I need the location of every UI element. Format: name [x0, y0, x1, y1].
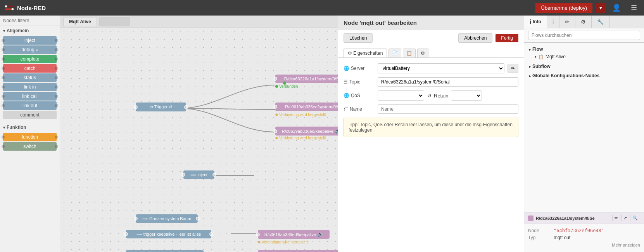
node-status-label: status [24, 75, 36, 80]
port-right-keepalive [209, 232, 213, 236]
sidebar-node-comment[interactable]: comment [3, 111, 57, 119]
canvas-node-mqtt1[interactable]: R/dca63226a1a1/system/0/Seria [275, 75, 338, 83]
node-complete-label: complete [21, 56, 40, 62]
tag-icon: 🏷 [344, 106, 348, 112]
app-title: Node-RED [17, 5, 46, 11]
canvas-node-trigger[interactable]: ⟲ Trigger ↺ [136, 103, 186, 111]
sidebar-node-debug[interactable]: debug ≡ [3, 45, 57, 54]
info-tab-edit[interactable]: ✏ [559, 16, 575, 28]
nd-action-search[interactable]: 🔍 [630, 215, 640, 221]
section-funktion-label: Funktion [7, 125, 26, 130]
port-right-ganzen [196, 217, 200, 221]
canvas-node-keepalive-trigger[interactable]: ⟹ trigger keepalive - leer ist alles [126, 230, 211, 238]
info-section-global: ▸ Globale Konfigurations-Nodes [529, 72, 639, 79]
info-flow-header[interactable]: ▸ Flow [529, 46, 639, 53]
info-flow-item-mqtt[interactable]: ▸ 📋 Mqtt Alive [529, 53, 639, 61]
port-left-keepalive [124, 232, 128, 236]
sidebar-node-function[interactable]: function [3, 133, 57, 141]
sidebar-node-inject[interactable]: inject [3, 36, 57, 45]
info-subflow-label: Subflow [532, 64, 551, 69]
node-debug-label: debug [21, 47, 34, 52]
nd-val-typ: mqtt out [554, 235, 570, 240]
delete-button[interactable]: Löschen [344, 33, 373, 43]
server-label: 🌐 Server [344, 66, 375, 71]
nd-val-node: "64bfa7362ef06e48" [554, 228, 604, 233]
nd-action-edit[interactable]: ✏ [612, 215, 620, 221]
name-input[interactable] [378, 104, 518, 114]
info-tab-label: Info [533, 19, 541, 24]
info-section-flow: ▸ Flow ▸ 📋 Mqtt Alive [529, 46, 639, 61]
node-detail-label: R/dca63226a1a1/system/0/Se [536, 216, 610, 221]
globe-icon: 🌐 [344, 66, 349, 71]
nd-action-link[interactable]: ↗ [621, 215, 629, 221]
canvas-node-mqtt2[interactable]: R/c0619ab336ed/system/0/Seria [275, 103, 338, 111]
info-body: ▸ Flow ▸ 📋 Mqtt Alive ▸ Subflow ▸ [524, 43, 644, 212]
tab-mqtt-alive[interactable]: Mqtt Alive [63, 17, 97, 26]
canvas-node-ganzen[interactable]: ⟹ Ganzen system Baum [136, 214, 198, 223]
done-button[interactable]: Fertig [496, 34, 518, 42]
sidebar-node-linkin[interactable]: link in [3, 83, 57, 91]
sidebar-node-complete[interactable]: complete [3, 55, 57, 63]
port-left-ganzen [134, 217, 138, 221]
tab-bar: Mqtt Alive [60, 16, 338, 28]
topic-input[interactable] [378, 77, 518, 87]
retain-select[interactable] [451, 90, 482, 101]
qos-icon: 🌐 [344, 93, 349, 98]
add-tab-area[interactable] [99, 17, 130, 26]
canvas-node-inject2[interactable]: ⟹ inject [183, 170, 214, 179]
server-edit-button[interactable]: ✏ [508, 64, 518, 73]
canvas-node-mqtt-leer[interactable]: R/c0619ab336ed/system/0/Ac/ActiveIn/L1/P… [258, 250, 338, 252]
info-tab-settings[interactable]: ⚙ [575, 16, 592, 28]
nd-key-node: Node [528, 228, 551, 233]
status-connecting2: Verbindung wird hergestellt [275, 136, 326, 140]
tip-box: Tipp: Topic, QoS oder Retain leer lassen… [344, 118, 518, 137]
sidebar-node-switch[interactable]: switch [3, 142, 57, 151]
node-filter-input[interactable] [0, 16, 60, 26]
server-select[interactable]: virtualBattery [378, 63, 504, 73]
tip-text: Tipp: Topic, QoS oder Retain leer lassen… [349, 122, 513, 133]
info-search [524, 28, 644, 43]
edit-panel-title: Node 'mqtt out' bearbeiten [344, 19, 417, 26]
ep-tab-properties[interactable]: ⚙ Eigenschaften [344, 49, 387, 57]
deploy-arrow-button[interactable]: ▾ [596, 3, 605, 13]
info-search-input[interactable] [528, 31, 640, 40]
canvas-node-leer[interactable]: ⟹ leer nur auslesen [126, 250, 204, 252]
sidebar-node-linkcall[interactable]: link call [3, 92, 57, 101]
edit-icon: ✏ [565, 19, 570, 25]
flow-item-label: Mqtt Alive [546, 54, 566, 59]
retain-label: Retain [434, 93, 449, 99]
cancel-button[interactable]: Abbrechen [458, 33, 492, 43]
port-left-mqtt1 [273, 77, 277, 81]
canvas-trigger-label: Trigger ↺ [154, 104, 173, 109]
deploy-button[interactable]: Übernahme (deploy) [535, 3, 592, 13]
app-logo: Node-RED [4, 2, 46, 13]
canvas-area: Mqtt Alive R/dca63226a1a1/system/0/Seria [60, 16, 338, 252]
node-detail-actions: ✏ ↗ 🔍 [612, 215, 640, 221]
sidebar-node-linkout[interactable]: link out [3, 101, 57, 110]
user-button[interactable]: 👤 [609, 2, 624, 14]
flow-canvas[interactable]: R/dca63226a1a1/system/0/Seria Verbunden … [60, 28, 338, 252]
info-tab-2[interactable]: i [547, 16, 559, 28]
menu-button[interactable]: ☰ [628, 2, 640, 14]
info-global-header[interactable]: ▸ Globale Konfigurations-Nodes [529, 72, 639, 79]
ep-tab-settings[interactable]: ⚙ [417, 49, 428, 57]
canvas-node-mqtt-keepalive[interactable]: R/c0619ab336ed/keepalive 🔊 [258, 230, 330, 239]
qos-label: 🌐 QoS [344, 93, 375, 98]
ep-tab-doc[interactable]: 📄 [388, 49, 401, 57]
info-subflow-header[interactable]: ▸ Subflow [529, 63, 639, 70]
node-comment-label: comment [20, 112, 39, 118]
section-allgemein[interactable]: ▾ Allgemein [0, 26, 60, 35]
section-funktion[interactable]: ▾ Funktion [0, 123, 60, 132]
info-tab-info[interactable]: i Info [524, 16, 547, 28]
info-section-subflow: ▸ Subflow [529, 63, 639, 70]
canvas-node-mqtt3[interactable]: R/c0619ab336ed/keepalive 🔊 [275, 127, 338, 136]
sidebar-node-status[interactable]: status [3, 73, 57, 82]
ep-tab-clipboard[interactable]: 📋 [403, 49, 416, 57]
debug-lines-icon: ≡ [36, 48, 38, 52]
node-catch-label: catch [24, 66, 36, 71]
info-tab-tools[interactable]: 🔧 [592, 16, 609, 28]
nd-more-link[interactable]: Mehr anzeigen [528, 241, 640, 249]
sidebar-node-catch[interactable]: catch [3, 64, 57, 73]
qos-select[interactable] [378, 90, 424, 101]
info-icon: i [530, 19, 531, 25]
